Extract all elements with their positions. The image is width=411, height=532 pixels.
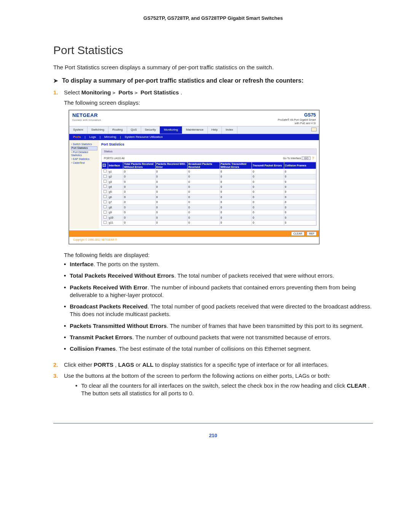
- cell: 0: [155, 220, 188, 225]
- clear-button[interactable]: CLEAR: [291, 232, 304, 236]
- sidebar-item-port-detailed-statistics[interactable]: › Port Detailed Statistics: [71, 151, 97, 157]
- cell: 0: [123, 189, 156, 194]
- column-header: Packets Received With Error: [155, 162, 188, 169]
- field-item: •Packets Transmitted Without Errors. The…: [64, 322, 373, 330]
- logout-icon[interactable]: [311, 128, 317, 131]
- model-label: GS75 ProSafe® 48-Port Gigabit Smart with…: [278, 112, 316, 125]
- subtab-system-resource-utilization[interactable]: System Resource Utilization: [125, 135, 163, 139]
- cell: 0: [220, 174, 252, 179]
- sidebar-item-switch-statistics[interactable]: › Switch Statistics: [71, 143, 97, 146]
- cell: 0: [188, 210, 220, 215]
- column-header: Collision Frames: [284, 162, 316, 169]
- cell: 0: [284, 174, 316, 179]
- row-checkbox[interactable]: [102, 210, 108, 215]
- cell: 0: [220, 220, 252, 225]
- row-checkbox[interactable]: [102, 220, 108, 225]
- procedure-text: To display a summary of per-port traffic…: [62, 77, 304, 84]
- row-checkbox[interactable]: [102, 189, 108, 194]
- cell: 0: [284, 205, 316, 210]
- cell: 0: [220, 215, 252, 220]
- cell: 0: [220, 210, 252, 215]
- copyright-text: Copyright © 1996-2012 NETGEAR ®: [69, 237, 319, 243]
- clear-button-ref: CLEAR: [347, 382, 366, 389]
- field-item: •Broadcast Packets Received. The total n…: [64, 303, 373, 318]
- cell: 0: [252, 184, 284, 189]
- cell: 0: [252, 205, 284, 210]
- subtab-logs[interactable]: Logs: [89, 135, 96, 139]
- field-desc: . The number of outbound packets that we…: [132, 334, 331, 340]
- cell: 0: [123, 174, 156, 179]
- cell: 0: [284, 220, 316, 225]
- row-checkbox[interactable]: [102, 205, 108, 210]
- cell: 0: [220, 195, 252, 200]
- panel-title: Port Statistics: [101, 142, 317, 147]
- go-button[interactable]: GO: [302, 157, 311, 160]
- field-item: •Transmit Packet Errors. The number of o…: [64, 334, 373, 341]
- sidebar: › Switch StatisticsPort Statistics› Port…: [69, 140, 99, 229]
- page-title: Port Statistics: [53, 44, 373, 57]
- cell: 0: [188, 195, 220, 200]
- step-number: 3.: [53, 372, 61, 401]
- tab-switching[interactable]: Switching: [88, 126, 108, 134]
- cell: 0: [123, 179, 156, 184]
- column-header: Broadcast Packets Received: [188, 162, 220, 169]
- cell: 0: [123, 200, 156, 204]
- ref-button[interactable]: REF: [307, 232, 317, 236]
- document-page: GS752TP, GS728TP, and GS728TPP Gigabit S…: [0, 0, 411, 465]
- row-checkbox[interactable]: [102, 174, 108, 179]
- cell: 0: [188, 205, 220, 210]
- arrow-icon: ➤: [53, 77, 58, 84]
- row-checkbox[interactable]: [102, 195, 108, 200]
- row-checkbox[interactable]: [102, 169, 108, 174]
- tab-monitoring[interactable]: Monitoring: [160, 126, 182, 134]
- sidebar-item-eap-statistics[interactable]: › EAP Statistics: [71, 158, 97, 161]
- fields-intro: The following fields are displayed:: [64, 251, 373, 259]
- field-term: Packets Transmitted Without Errors: [70, 323, 167, 329]
- help-icon[interactable]: ?: [312, 156, 314, 160]
- cell: g8: [108, 205, 123, 210]
- cell: 0: [284, 179, 316, 184]
- cell: 0: [155, 184, 188, 189]
- field-desc: . The ports on the system.: [94, 261, 159, 267]
- cell: 0: [220, 179, 252, 184]
- row-checkbox[interactable]: [102, 200, 108, 204]
- field-item: •Interface. The ports on the system.: [64, 260, 373, 268]
- running-header: GS752TP, GS728TP, and GS728TPP Gigabit S…: [53, 15, 373, 21]
- cell: g11: [108, 220, 123, 225]
- tab-help[interactable]: Help: [208, 126, 222, 134]
- filter-lags: LAGS: [118, 361, 134, 368]
- cell: 0: [220, 200, 252, 204]
- field-desc: . The best estimate of the total number …: [116, 345, 311, 352]
- tab-maintenance[interactable]: Maintenance: [182, 126, 208, 134]
- interface-type-filter[interactable]: PORTS LAGS All: [104, 157, 124, 160]
- bullet-icon: •: [64, 272, 66, 280]
- tab-qos[interactable]: QoS: [127, 126, 141, 134]
- cell: 0: [155, 189, 188, 194]
- row-checkbox[interactable]: [102, 184, 108, 189]
- sidebar-item-cabletest[interactable]: › CableTest: [71, 161, 97, 165]
- cell: 0: [188, 200, 220, 204]
- bullet-icon: •: [64, 284, 66, 299]
- procedure-heading: ➤ To display a summary of per-port traff…: [53, 77, 373, 84]
- tab-index[interactable]: Index: [222, 126, 237, 134]
- table-row: g11000000: [102, 220, 316, 225]
- subtab-ports[interactable]: Ports: [73, 135, 81, 139]
- cell: 0: [284, 189, 316, 194]
- bullet-icon: •: [64, 260, 66, 268]
- tab-system[interactable]: System: [69, 126, 88, 134]
- cell: 0: [123, 220, 156, 225]
- tab-routing[interactable]: Routing: [108, 126, 127, 134]
- nav-path-monitoring: Monitoring: [81, 89, 111, 96]
- table-row: g2000000: [102, 174, 316, 179]
- row-checkbox[interactable]: [102, 179, 108, 184]
- cell: g7: [108, 200, 123, 204]
- cell: 0: [220, 184, 252, 189]
- select-all-header[interactable]: [102, 162, 108, 169]
- column-header: Interface: [108, 162, 123, 169]
- sidebar-item-port-statistics[interactable]: Port Statistics: [71, 147, 97, 150]
- row-checkbox[interactable]: [102, 215, 108, 220]
- tab-security[interactable]: Security: [141, 126, 160, 134]
- cell: 0: [252, 179, 284, 184]
- subtab-mirroring[interactable]: Mirroring: [104, 135, 116, 139]
- table-row: g3000000: [102, 179, 316, 184]
